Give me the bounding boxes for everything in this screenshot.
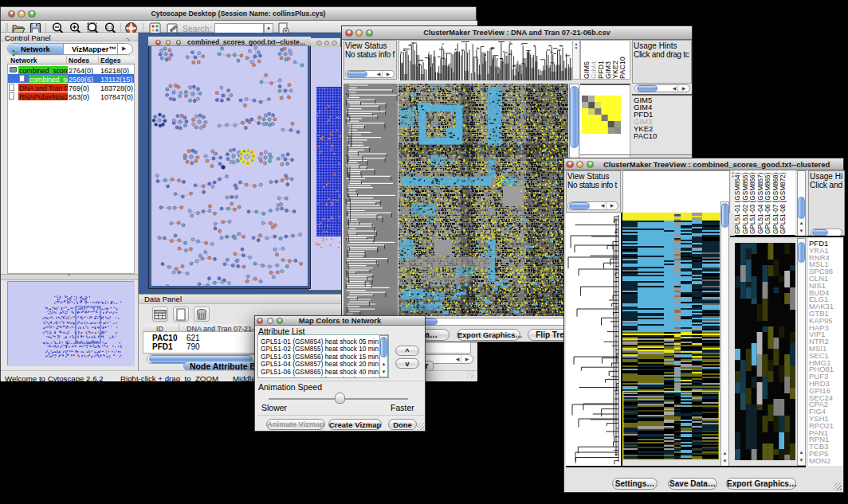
svg-text:GPL51-01 (GSM854): GPL51-01 (GSM854) (735, 172, 741, 234)
svg-text:GPL51-04 (GSM857): GPL51-04 (GSM857) (757, 172, 764, 234)
svg-text:GPL51-07 (GSM868): GPL51-07 (GSM868) (772, 172, 779, 234)
svg-text:1:1: 1:1 (107, 25, 112, 29)
svg-text:GPL51-08 (GSM872): GPL51-08 (GSM872) (779, 172, 787, 234)
svg-text:GPL51-03 (GSM856): GPL51-03 (GSM856) (749, 172, 756, 234)
svg-text:GPL51-02 (GSM855): GPL51-02 (GSM855) (742, 172, 749, 234)
svg-text:PAC10: PAC10 (618, 57, 626, 79)
svg-text:GPL51-06 (GSM865): GPL51-06 (GSM865) (764, 172, 771, 234)
